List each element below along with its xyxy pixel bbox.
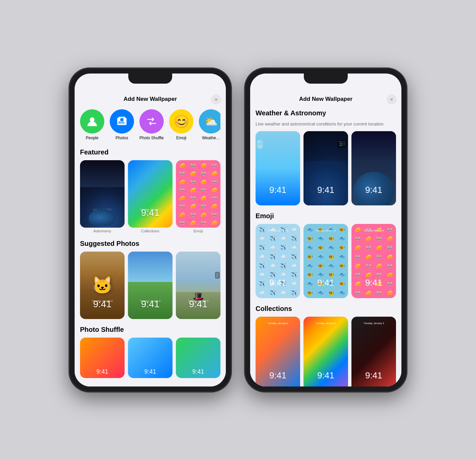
collection-card-1: Tuesday, January 9 9:41 bbox=[256, 317, 300, 386]
category-people[interactable]: People bbox=[80, 109, 104, 140]
left-close-button[interactable]: × bbox=[211, 94, 221, 105]
collection-card-3: Tuesday, January 9 9:41 bbox=[351, 317, 396, 386]
collection-item-3[interactable]: Tuesday, January 9 9:41 bbox=[351, 317, 396, 386]
emoji-item-1[interactable]: ✈️☁️✈️☁️ ☁️✈️☁️✈️ ✈️☁️✈️☁️ ☁️✈️☁️✈️ ✈️☁️… bbox=[256, 224, 300, 298]
emoji-section-title: Emoji bbox=[256, 212, 396, 220]
svg-point-0 bbox=[90, 117, 95, 122]
emoji-label: Emoji bbox=[176, 136, 186, 140]
astronomy-card: Mon 6 8:28PM 9:41 bbox=[80, 160, 125, 228]
shuffle-card-1[interactable]: 9:41 bbox=[80, 338, 125, 378]
photos-label: Photos bbox=[115, 136, 128, 140]
weather-card-2: Tuesday, January 9 CLP 10.46 TOK 4.46 BY… bbox=[303, 131, 348, 205]
emoji-grid: ✈️☁️✈️☁️ ☁️✈️☁️✈️ ✈️☁️✈️☁️ ☁️✈️☁️✈️ ✈️☁️… bbox=[256, 224, 396, 298]
emoji-time: 9:41 bbox=[198, 160, 216, 161]
phone-screen-left: Add New Wallpaper × bbox=[75, 74, 226, 386]
category-photos[interactable]: Photos bbox=[110, 109, 134, 140]
weather-astronomy-subtitle: Live weather and astronomical conditions… bbox=[256, 121, 396, 127]
collections-grid: Tuesday, January 9 9:41 Tuesday, January… bbox=[256, 317, 396, 386]
left-sheet-scroll[interactable]: People bbox=[75, 107, 226, 386]
weather-item-2[interactable]: Tuesday, January 9 CLP 10.46 TOK 4.46 BY… bbox=[303, 131, 348, 205]
shuffle-card-3[interactable]: 9:41 bbox=[176, 338, 220, 378]
weather-astronomy-title: Weather & Astronomy bbox=[256, 109, 396, 117]
phone-frame-right: Add New Wallpaper × Weather & Astronomy … bbox=[245, 68, 407, 392]
category-photo-shuffle[interactable]: Photo Shuffle bbox=[139, 109, 164, 140]
featured-title: Featured bbox=[80, 148, 220, 156]
suggested-cat[interactable]: 🐱 Tuesday, January 9 9:41 bbox=[80, 252, 125, 319]
phone-frame-left: Add New Wallpaper × bbox=[69, 68, 231, 392]
astronomy-label: Astronomy bbox=[80, 229, 125, 233]
collections-label: Collections bbox=[128, 229, 173, 233]
weather-grid: Mon 6 8:28PM AP☀️72° 9:41 bbox=[256, 131, 396, 205]
notch-right bbox=[304, 74, 348, 84]
featured-astronomy[interactable]: Mon 6 8:28PM 9:41 Astronomy bbox=[80, 160, 125, 233]
weather-icon: ⛅ bbox=[199, 109, 220, 134]
suggested-photos-grid: 🐱 Tuesday, January 9 9:41 bbox=[80, 252, 220, 319]
emoji-item-3[interactable]: 🧀🐭🧀🐭 🐭🧀🐭🧀 🧀🐭🧀🐭 🐭🧀🐭🧀 🧀🐭🧀🐭 🐭🧀🐭🧀 🧀🐭🧀🐭 🐭🧀🐭🧀 bbox=[351, 224, 396, 298]
featured-emoji[interactable]: 🧀🐭🧀🐭 🐭🧀🐭🧀 🧀🐭🧀🐭 🐭🧀🐭🧀 🧀🐭🧀🐭 🐭🧀🐭🧀 🧀🐭🧀🐭 🐭🧀🐭🧀 bbox=[176, 160, 220, 233]
photos-icon bbox=[110, 109, 134, 134]
left-sheet-header: Add New Wallpaper × bbox=[75, 90, 226, 107]
phone-screen-right: Add New Wallpaper × Weather & Astronomy … bbox=[250, 74, 401, 386]
notch-left bbox=[128, 74, 172, 84]
featured-grid: Mon 6 8:28PM 9:41 Astronomy Tues bbox=[80, 160, 220, 233]
category-emoji[interactable]: 😊 Emoji bbox=[169, 109, 193, 140]
collections-card: Tuesday, January 9 9:41 bbox=[128, 160, 173, 228]
emoji-label-feat: Emoji bbox=[176, 229, 220, 233]
field-photo-card: Tuesday, January 9 9:41 bbox=[128, 252, 173, 319]
right-phone: Add New Wallpaper × Weather & Astronomy … bbox=[245, 68, 407, 392]
emoji-cheese-card: 🧀🐭🧀🐭 🐭🧀🐭🧀 🧀🐭🧀🐭 🐭🧀🐭🧀 🧀🐭🧀🐭 🐭🧀🐭🧀 🧀🐭🧀🐭 🐭🧀🐭🧀 bbox=[176, 160, 220, 228]
left-sheet-title: Add New Wallpaper bbox=[124, 96, 177, 102]
emoji-icon: 😊 bbox=[169, 109, 193, 134]
photo-shuffle-label: Photo Shuffle bbox=[139, 136, 164, 140]
suggested-photos-title: Suggested Photos bbox=[80, 240, 220, 248]
weather-card-1: Mon 6 8:28PM AP☀️72° 9:41 bbox=[256, 131, 300, 205]
weather-card-3: Mon 6 8:28PM 9:41 bbox=[351, 131, 396, 205]
cat-time: 9:41 bbox=[80, 299, 125, 310]
weather-label: Weathe… bbox=[202, 136, 220, 140]
field-time: 9:41 bbox=[128, 299, 173, 310]
collection-item-1[interactable]: Tuesday, January 9 9:41 bbox=[256, 317, 300, 386]
disney-time: 9:41 bbox=[176, 299, 220, 310]
suggested-disney[interactable]: 🎩 Tuesday, January 9 9:41 CLPTOKBYD bbox=[176, 252, 220, 319]
right-sheet-title: Add New Wallpaper bbox=[299, 96, 352, 102]
photo-shuffle-title: Photo Shuffle bbox=[80, 326, 220, 334]
featured-collections[interactable]: Tuesday, January 9 9:41 Collections bbox=[128, 160, 173, 233]
emoji-pattern: 🧀🐭🧀🐭 🐭🧀🐭🧀 🧀🐭🧀🐭 🐭🧀🐭🧀 🧀🐭🧀🐭 🐭🧀🐭🧀 🧀🐭🧀🐭 🐭🧀🐭🧀 bbox=[176, 160, 220, 228]
photo-shuffle-icon bbox=[139, 109, 164, 134]
weather-item-1[interactable]: Mon 6 8:28PM AP☀️72° 9:41 bbox=[256, 131, 300, 205]
weather-item-3[interactable]: Mon 6 8:28PM 9:41 bbox=[351, 131, 396, 205]
disney-photo-card: 🎩 Tuesday, January 9 9:41 CLPTOKBYD bbox=[176, 252, 220, 319]
emoji-card-2: 🐟🐠🐟🐠 🐠🐟🐠🐟 🐟🐠🐟🐠 🐠🐟🐠🐟 🐟🐠🐟🐠 🐠🐟🐠🐟 🐟🐠🐟🐠 🐠🐟🐠🐟 bbox=[303, 224, 348, 298]
emoji-item-2[interactable]: 🐟🐠🐟🐠 🐠🐟🐠🐟 🐟🐠🐟🐠 🐠🐟🐠🐟 🐟🐠🐟🐠 🐠🐟🐠🐟 🐟🐠🐟🐠 🐠🐟🐠🐟 bbox=[303, 224, 348, 298]
right-sheet-scroll[interactable]: Weather & Astronomy Live weather and ast… bbox=[250, 107, 401, 386]
shuffle-card-2[interactable]: 9:41 bbox=[128, 338, 173, 378]
collections-time: 9:41 bbox=[128, 207, 173, 218]
people-label: People bbox=[86, 136, 98, 140]
emoji-card-1: ✈️☁️✈️☁️ ☁️✈️☁️✈️ ✈️☁️✈️☁️ ☁️✈️☁️✈️ ✈️☁️… bbox=[256, 224, 300, 298]
cat-photo-card: 🐱 Tuesday, January 9 9:41 bbox=[80, 252, 125, 319]
suggested-field[interactable]: Tuesday, January 9 9:41 bbox=[128, 252, 173, 319]
left-phone: Add New Wallpaper × bbox=[69, 68, 231, 392]
left-sheet: Add New Wallpaper × bbox=[75, 90, 226, 386]
collection-card-2: Tuesday, January 9 9:41 bbox=[303, 317, 348, 386]
svg-point-3 bbox=[120, 118, 124, 121]
right-close-button[interactable]: × bbox=[387, 94, 397, 105]
collection-item-2[interactable]: Tuesday, January 9 9:41 bbox=[303, 317, 348, 386]
right-sheet: Add New Wallpaper × Weather & Astronomy … bbox=[250, 90, 401, 386]
category-weather[interactable]: ⛅ Weathe… bbox=[199, 109, 220, 140]
photo-shuffle-preview: 9:41 9:41 9:41 bbox=[80, 338, 220, 378]
collections-section-title: Collections bbox=[256, 305, 396, 313]
people-icon bbox=[80, 109, 104, 134]
categories-row: People bbox=[80, 107, 220, 146]
emoji-card-3: 🧀🐭🧀🐭 🐭🧀🐭🧀 🧀🐭🧀🐭 🐭🧀🐭🧀 🧀🐭🧀🐭 🐭🧀🐭🧀 🧀🐭🧀🐭 🐭🧀🐭🧀 bbox=[351, 224, 396, 298]
right-sheet-header: Add New Wallpaper × bbox=[250, 90, 401, 107]
